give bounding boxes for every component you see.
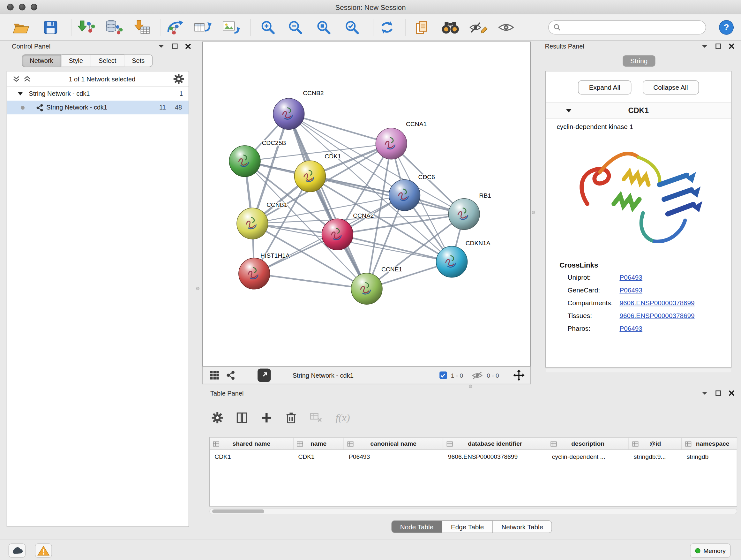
network-edge-HIST1H1A-CCNE1[interactable] [254, 273, 367, 289]
zoom-out-button[interactable] [285, 17, 306, 37]
network-node-CDKN1A[interactable] [436, 246, 468, 277]
network-node-CCNB1[interactable] [237, 208, 268, 239]
results-scrollbar[interactable] [546, 369, 731, 373]
network-node-RB1[interactable] [448, 199, 480, 230]
show-graphics-button[interactable] [495, 17, 516, 37]
import-network-file-button[interactable] [76, 17, 97, 37]
panel-collapse-button[interactable] [701, 44, 708, 49]
network-node-CDC25B[interactable] [229, 145, 260, 177]
expand-all-button[interactable]: Expand All [578, 80, 631, 95]
hide-annotate-button[interactable] [468, 17, 488, 37]
import-network-file-icon [77, 19, 96, 36]
refresh-button[interactable] [377, 17, 397, 37]
panel-float-button[interactable] [716, 390, 721, 396]
zoom-fit-button[interactable] [313, 17, 334, 37]
collapse-all-icon[interactable] [13, 76, 20, 82]
zoom-in-icon [260, 20, 275, 35]
vertical-splitter-handle[interactable] [196, 287, 199, 290]
warnings-button[interactable] [35, 543, 52, 557]
tab-edge-table[interactable]: Edge Table [442, 520, 493, 533]
network-row-selected[interactable]: String Network - cdk1 11 48 [7, 101, 189, 114]
search-network-button[interactable] [440, 17, 461, 37]
table-settings-button[interactable] [212, 412, 223, 424]
column-header-namespace[interactable]: namespace [682, 438, 737, 449]
grid-view-button[interactable] [206, 369, 222, 382]
select-columns-button[interactable] [236, 412, 248, 424]
add-column-button[interactable] [261, 412, 272, 424]
tab-style[interactable]: Style [61, 54, 91, 67]
column-header-id[interactable]: @id [629, 438, 682, 449]
network-node-CCNA1[interactable] [376, 128, 407, 159]
collapse-all-button[interactable]: Collapse All [643, 80, 698, 95]
column-header-description[interactable]: description [547, 438, 629, 449]
copy-button[interactable] [412, 17, 432, 37]
network-node-CCNE1[interactable] [351, 273, 382, 305]
panel-close-button[interactable] [729, 390, 735, 396]
table-row[interactable]: CDK1 CDK1 P06493 9606.ENSP00000378699 cy… [210, 450, 737, 463]
network-node-CDC6[interactable] [389, 179, 420, 211]
panel-float-button[interactable] [172, 44, 178, 49]
expand-all-icon[interactable] [23, 76, 30, 82]
delete-table-button[interactable] [310, 413, 322, 423]
delete-column-button[interactable] [285, 412, 297, 424]
network-edge-CCNB2-CCNE1[interactable] [289, 114, 367, 289]
search-input[interactable] [564, 24, 701, 31]
detach-view-button[interactable] [258, 369, 271, 382]
scrollbar-thumb[interactable] [212, 509, 264, 513]
tab-sets[interactable]: Sets [125, 54, 153, 67]
network-node-HIST1H1A[interactable] [239, 258, 270, 289]
panel-collapse-button[interactable] [701, 391, 708, 395]
tab-network[interactable]: Network [22, 54, 61, 67]
panel-close-button[interactable] [185, 44, 191, 49]
tab-string[interactable]: String [623, 55, 655, 67]
export-image-button[interactable] [221, 17, 242, 37]
network-canvas[interactable]: CCNB2CCNA1CDC25BCDK1CDC6RB1CCNB1CCNA2CDK… [203, 42, 530, 366]
function-builder-button[interactable]: f(x) [335, 412, 350, 424]
vertical-splitter-handle[interactable] [532, 211, 535, 214]
open-session-button[interactable] [11, 17, 31, 37]
memory-button[interactable]: Memory [690, 543, 731, 557]
tab-network-table[interactable]: Network Table [493, 520, 552, 533]
network-node-CCNA2[interactable] [322, 219, 353, 250]
cloud-status-button[interactable] [9, 543, 25, 557]
uniprot-link[interactable]: P06493 [619, 273, 642, 281]
tree-expand-icon[interactable] [17, 91, 23, 96]
column-header-canonical-name[interactable]: canonical name [344, 438, 443, 449]
pan-mode-button[interactable] [513, 369, 525, 381]
save-session-button[interactable] [40, 17, 61, 37]
network-node-CCNB2[interactable] [273, 98, 305, 130]
new-network-button[interactable] [165, 17, 186, 37]
tab-select[interactable]: Select [91, 54, 124, 67]
hidden-eye-slash-icon[interactable] [472, 371, 483, 379]
selected-nodes-checkbox[interactable] [440, 371, 447, 379]
network-edge-CCNB2-CCNA1[interactable] [289, 114, 391, 144]
table-horizontal-scrollbar[interactable] [209, 509, 737, 514]
import-network-database-button[interactable] [104, 17, 124, 37]
network-node-CDK1[interactable] [294, 161, 326, 192]
application-window: Session: New Session [0, 0, 741, 560]
tab-node-table[interactable]: Node Table [391, 520, 443, 533]
tissues-link[interactable]: 9606.ENSP00000378699 [619, 312, 694, 320]
pharos-link[interactable]: P06493 [619, 325, 642, 332]
network-collection-row[interactable]: String Network - cdk1 1 [7, 87, 189, 101]
panel-float-button[interactable] [716, 44, 721, 49]
panel-close-button[interactable] [729, 44, 735, 49]
toolbar-search-field[interactable] [548, 20, 706, 35]
network-view-toolbar: String Network - cdk1 1 - 0 0 - 0 [202, 367, 531, 384]
help-button[interactable]: ? [719, 20, 734, 35]
zoom-selected-button[interactable] [342, 17, 362, 37]
horizontal-splitter-handle[interactable] [469, 385, 472, 388]
column-header-shared-name[interactable]: shared name [210, 438, 293, 449]
protein-section-header[interactable]: CDK1 [546, 103, 731, 118]
import-table-button[interactable] [131, 17, 152, 37]
network-overview-button[interactable] [222, 369, 239, 382]
section-collapse-icon[interactable] [566, 109, 572, 113]
gear-icon[interactable] [173, 74, 184, 84]
column-header-name[interactable]: name [293, 438, 344, 449]
column-header-database-identifier[interactable]: database identifier [443, 438, 547, 449]
clone-network-button[interactable] [193, 17, 213, 37]
panel-collapse-button[interactable] [158, 44, 165, 49]
genecard-link[interactable]: P06493 [619, 287, 642, 294]
zoom-in-button[interactable] [258, 17, 278, 37]
compartments-link[interactable]: 9606.ENSP00000378699 [619, 299, 694, 307]
